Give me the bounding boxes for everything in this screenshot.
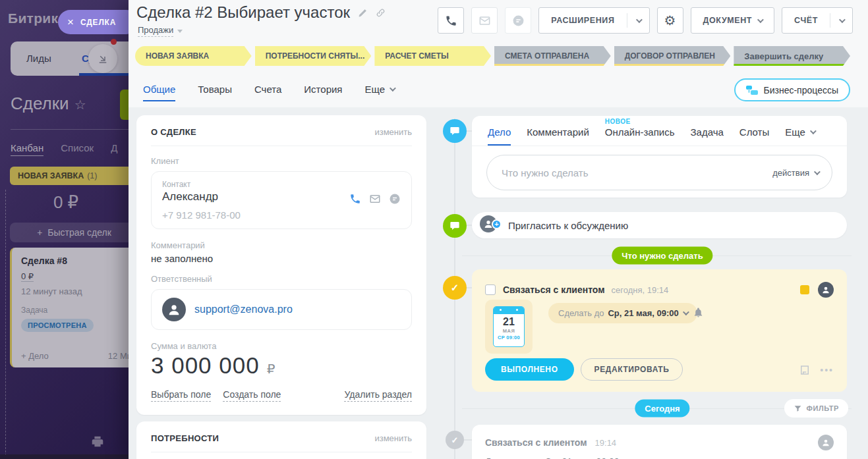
phone-icon[interactable]	[349, 193, 361, 205]
view-tab-more[interactable]: Д	[111, 142, 117, 156]
card-header: ПОТРЕБНОСТИ изменить	[151, 433, 412, 452]
edit-link[interactable]: изменить	[374, 433, 412, 443]
deal-sum[interactable]: 3 000 000	[151, 352, 260, 379]
tab-leads[interactable]: Лиды	[26, 53, 51, 64]
client-box[interactable]: Контакт Александр +7 912 981-78-00	[151, 171, 412, 229]
view-tab-kanban[interactable]: Канбан	[11, 142, 43, 156]
past-title[interactable]: Связаться с клиентом	[485, 437, 587, 448]
chevron-down-icon	[814, 169, 821, 175]
business-processes-button[interactable]: Бизнес-процессы	[734, 78, 850, 101]
plus-icon: +	[492, 219, 502, 229]
funnel-selector[interactable]: Продажи	[138, 25, 183, 37]
chat-circle-icon[interactable]	[389, 193, 401, 205]
about-title: О СДЕЛКЕ	[151, 127, 196, 137]
copy-link-icon[interactable]	[376, 8, 386, 18]
contact-label: Контакт	[162, 180, 401, 189]
past-detail: Дата и время Ср, 21 мая, 09:00	[485, 456, 834, 459]
comment-value[interactable]: не заполнено	[151, 253, 412, 264]
edit-title-icon[interactable]	[358, 8, 368, 18]
deal-card-sum[interactable]: 0 ₽	[21, 271, 34, 282]
currency-symbol: ₽	[267, 361, 275, 377]
kanban-deal-card[interactable]: Сделка #8 0 ₽ 12 минут назад Задача ПРОС…	[10, 248, 129, 367]
add-deal-button-fragment[interactable]	[120, 90, 129, 120]
note-icon[interactable]	[799, 364, 811, 376]
edit-link[interactable]: изменить	[374, 127, 412, 137]
email-button[interactable]	[471, 7, 498, 34]
extensions-button[interactable]: РАСШИРЕНИЯ	[538, 7, 649, 34]
task-actions: ВЫПОЛНЕНО РЕДАКТИРОВАТЬ	[485, 358, 683, 381]
add-activity-link[interactable]: + Дело	[21, 351, 49, 361]
mail-icon[interactable]	[369, 193, 381, 205]
bitrix-logo: Битрик	[8, 11, 58, 26]
tab-more[interactable]: Еще	[364, 84, 394, 95]
discussion-bubble-icon	[443, 214, 467, 238]
stage-needs[interactable]: ПОТРЕБНОСТИ СНЯТЫ...	[255, 46, 372, 66]
column-dashed-border	[5, 190, 6, 459]
phone-icon	[445, 14, 457, 27]
dock-panel-button[interactable]	[88, 44, 117, 73]
stage-estimate-sent[interactable]: СМЕТА ОТПРАВЛЕНА	[494, 46, 611, 66]
extensions-dropdown[interactable]	[627, 8, 649, 33]
bell-icon[interactable]	[693, 307, 704, 318]
invoice-button[interactable]: СЧЁТ	[782, 7, 853, 34]
sum-label: Сумма и валюта	[151, 341, 412, 351]
stage-new[interactable]: НОВАЯ ЗАЯВКА	[135, 46, 252, 66]
past-activity-card[interactable]: Связаться с клиентом 19:14 Дата и время …	[472, 425, 847, 459]
todo-input[interactable]	[500, 167, 772, 179]
etab-more[interactable]: Еще	[785, 126, 815, 138]
responsible-link[interactable]: support@zenova.pro	[194, 304, 293, 315]
task-checkbox[interactable]	[485, 284, 496, 295]
close-icon[interactable]: ×	[67, 16, 74, 28]
today-badge: Сегодня	[635, 400, 689, 418]
etab-task[interactable]: Задача	[691, 126, 724, 138]
deal-title: Сделка #2 Выбирает участок	[136, 3, 386, 22]
call-button[interactable]	[438, 7, 464, 34]
tab-general[interactable]: Общие	[143, 84, 175, 95]
stage-contract-sent[interactable]: ДОГОВОР ОТПРАВЛЕН	[614, 46, 731, 66]
notification-dot	[111, 39, 117, 45]
task-status-badge[interactable]: ПРОСМОТРЕНА	[21, 319, 94, 332]
deal-tabs: Общие Товары Счета История Еще	[143, 84, 394, 95]
slider-close-chip[interactable]: × СДЕЛКА	[58, 10, 138, 34]
kanban-background-page: Битрик Лиды Сд Сделки☆ Канбан Список Д Н…	[0, 0, 129, 459]
slider-entity-label: СДЕЛКА	[80, 18, 116, 27]
create-field-link[interactable]: Создать поле	[223, 389, 281, 402]
task-secondary-icons: •••	[799, 364, 834, 376]
chat-button[interactable]	[505, 7, 531, 34]
todo-input-box[interactable]: действия	[486, 155, 832, 190]
deadline-selector[interactable]: Сделать до Ср, 21 мая, 09:00	[548, 303, 697, 323]
calendar-tile[interactable]: 21 МАЯ СР 09:00	[485, 300, 533, 354]
done-button[interactable]: ВЫПОЛНЕНО	[485, 358, 574, 381]
favorite-star-icon[interactable]: ☆	[74, 97, 86, 112]
stage-close-deal[interactable]: Завершить сделку	[734, 46, 850, 66]
printer-icon[interactable]	[90, 435, 105, 449]
edit-button[interactable]: РЕДАКТИРОВАТЬ	[581, 358, 683, 381]
document-button[interactable]: ДОКУМЕНТ	[691, 7, 775, 34]
etab-slots[interactable]: Слоты	[739, 126, 769, 138]
settings-button[interactable]: ⚙	[657, 7, 683, 34]
tab-products[interactable]: Товары	[198, 84, 232, 95]
tab-history[interactable]: История	[304, 84, 342, 95]
view-tab-list[interactable]: Список	[61, 142, 94, 156]
more-icon[interactable]: •••	[820, 365, 834, 375]
deal-card-title[interactable]: Сделка #8	[21, 256, 129, 266]
delete-section-link[interactable]: Удалить раздел	[344, 389, 412, 402]
invoice-dropdown[interactable]	[830, 8, 852, 33]
etab-comment[interactable]: Комментарий	[527, 126, 589, 138]
etab-online-booking[interactable]: НОВОЕ Онлайн-запись	[605, 126, 675, 138]
contact-phone[interactable]: +7 912 981-78-00	[162, 209, 401, 221]
kanban-column-header[interactable]: НОВАЯ ЗАЯВКА (1)	[10, 167, 129, 185]
responsible-box[interactable]: support@zenova.pro	[151, 289, 412, 330]
divider	[11, 129, 129, 130]
actions-dropdown[interactable]: действия	[772, 168, 819, 178]
stage-estimate[interactable]: РАСЧЕТ СМЕТЫ	[374, 46, 491, 66]
etab-activity[interactable]: Дело	[488, 126, 511, 138]
task-title[interactable]: Связаться с клиентом	[503, 284, 605, 295]
invite-row[interactable]: + Пригласить к обсуждению	[472, 212, 847, 238]
tab-invoices[interactable]: Счета	[254, 84, 281, 95]
comment-bubble-icon	[443, 119, 467, 143]
select-field-link[interactable]: Выбрать поле	[151, 389, 211, 402]
filter-button[interactable]: ФИЛЬТР	[784, 399, 848, 418]
column-sum: 0 ₽	[0, 192, 129, 213]
quick-deal-button[interactable]: + Быстрая сделк	[10, 223, 129, 242]
